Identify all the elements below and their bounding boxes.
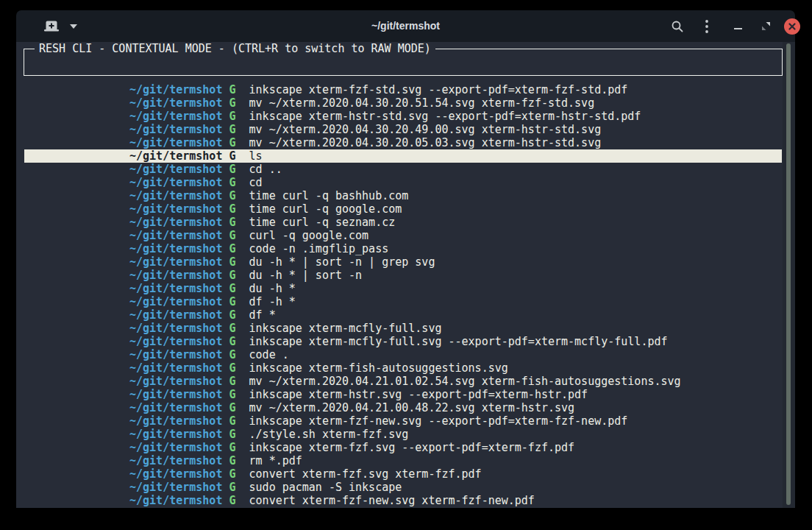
history-row[interactable]: ~/git/termshot G df -h * [24, 295, 782, 308]
history-command: inkscape xterm-fzf.svg --export-pdf=xter… [249, 441, 575, 454]
history-row[interactable]: ~/git/termshot G rm *.pdf [24, 454, 782, 467]
history-row[interactable]: ~/git/termshot G mv ~/xterm.2020.04.30.2… [24, 123, 782, 136]
git-flag: G [222, 255, 249, 269]
git-flag: G [222, 375, 249, 388]
history-row[interactable]: ~/git/termshot G mv ~/xterm.2020.04.30.2… [24, 96, 782, 110]
git-flag: G [222, 189, 249, 202]
git-flag: G [222, 335, 249, 348]
history-path: ~/git/termshot [129, 242, 222, 255]
git-flag: G [222, 123, 249, 136]
history-path: ~/git/termshot [129, 454, 222, 467]
terminal-window: ~/git/termshot [16, 10, 795, 508]
history-path: ~/git/termshot [129, 176, 222, 189]
history-row[interactable]: ~/git/termshot G cd [24, 176, 782, 189]
history-row[interactable]: ~/git/termshot G code . [24, 348, 782, 361]
git-flag: G [222, 282, 249, 295]
history-row[interactable]: ~/git/termshot G inkscape xterm-fzf-std.… [24, 83, 782, 96]
history-row[interactable]: ~/git/termshot G time curl -q seznam.cz [24, 216, 782, 229]
close-icon [784, 18, 800, 35]
history-path: ~/git/termshot [129, 335, 222, 348]
history-path: ~/git/termshot [129, 110, 222, 123]
titlebar: ~/git/termshot [16, 10, 795, 42]
git-flag: G [222, 467, 249, 481]
history-row[interactable]: ~/git/termshot G sudo pacman -S inkscape [24, 481, 782, 494]
history-command: curl -q google.com [249, 229, 369, 242]
git-flag: G [222, 454, 249, 467]
history-row[interactable]: ~/git/termshot G cd .. [24, 163, 782, 176]
history-path: ~/git/termshot [129, 282, 222, 295]
git-flag: G [222, 322, 249, 335]
history-command: inkscape xterm-fzf-new.svg --export-pdf=… [249, 414, 628, 428]
resh-header-title: RESH CLI - CONTEXTUAL MODE - (CTRL+R to … [35, 42, 435, 55]
history-path: ~/git/termshot [129, 467, 222, 481]
history-row[interactable]: ~/git/termshot G time curl -q google.com [24, 202, 782, 216]
git-flag: G [222, 149, 249, 163]
history-row[interactable]: ~/git/termshot G df * [24, 308, 782, 322]
history-path: ~/git/termshot [129, 295, 222, 308]
history-path: ~/git/termshot [129, 189, 222, 202]
history-path: ~/git/termshot [129, 229, 222, 242]
history-path: ~/git/termshot [129, 83, 222, 96]
history-row[interactable]: ~/git/termshot G ./style.sh xterm-fzf.sv… [24, 428, 782, 441]
history-row[interactable]: ~/git/termshot G mv ~/xterm.2020.04.30.2… [24, 136, 782, 149]
history-row[interactable]: ~/git/termshot G inkscape xterm-fzf.svg … [24, 441, 782, 454]
history-row[interactable]: ~/git/termshot G mv ~/xterm.2020.04.21.0… [24, 401, 782, 414]
history-command: rm *.pdf [249, 454, 302, 467]
history-command: time curl -q seznam.cz [249, 216, 396, 229]
history-list: ~/git/termshot G inkscape xterm-fzf-std.… [24, 83, 782, 507]
close-button[interactable] [783, 10, 802, 42]
git-flag: G [222, 176, 249, 189]
history-path: ~/git/termshot [129, 202, 222, 216]
history-row[interactable]: ~/git/termshot G curl -q google.com [24, 229, 782, 242]
git-flag: G [222, 96, 249, 110]
history-command: df * [249, 308, 276, 322]
history-row[interactable]: ~/git/termshot G du -h * [24, 282, 782, 295]
history-command: inkscape xterm-mcfly-full.svg --export-p… [249, 335, 668, 348]
history-path: ~/git/termshot [129, 361, 222, 375]
screenshot-canvas: ~/git/termshot [0, 0, 812, 530]
resh-search-input[interactable] [26, 56, 780, 74]
history-row[interactable]: ~/git/termshot G inkscape xterm-fzf-new.… [24, 414, 782, 428]
scrollbar[interactable] [783, 42, 795, 508]
git-flag: G [222, 202, 249, 216]
search-icon [671, 20, 684, 33]
git-flag: G [222, 388, 249, 401]
history-command: inkscape xterm-fish-autosuggestions.svg [249, 361, 508, 375]
restore-window-button[interactable] [756, 10, 775, 42]
history-row[interactable]: ~/git/termshot G inkscape xterm-hstr.svg… [24, 388, 782, 401]
history-row[interactable]: ~/git/termshot G inkscape xterm-fish-aut… [24, 361, 782, 375]
history-row[interactable]: ~/git/termshot G code -n .imgflip_pass [24, 242, 782, 255]
history-command: ls [249, 149, 263, 163]
history-command: du -h * | sort -n | grep svg [249, 255, 435, 269]
history-row[interactable]: ~/git/termshot G time curl -q bashhub.co… [24, 189, 782, 202]
history-row[interactable]: ~/git/termshot G inkscape xterm-hstr-std… [24, 110, 782, 123]
history-command: ./style.sh xterm-fzf.svg [249, 428, 409, 441]
history-row[interactable]: ~/git/termshot G convert xterm-fzf.svg x… [24, 467, 782, 481]
history-path: ~/git/termshot [129, 149, 222, 163]
menu-button[interactable] [697, 10, 716, 42]
history-row[interactable]: ~/git/termshot G convert xterm-fzf-new.s… [24, 494, 782, 507]
history-command: mv ~/xterm.2020.04.30.20.51.54.svg xterm… [249, 96, 595, 110]
terminal-content: RESH CLI - CONTEXTUAL MODE - (CTRL+R to … [16, 42, 795, 508]
history-row[interactable]: ~/git/termshot G du -h * | sort -n | gre… [24, 255, 782, 269]
history-command: inkscape xterm-fzf-std.svg --export-pdf=… [249, 83, 628, 96]
history-path: ~/git/termshot [129, 322, 222, 335]
search-button[interactable] [666, 10, 688, 42]
history-row-selected[interactable]: ~/git/termshot G ls [24, 149, 782, 163]
history-row[interactable]: ~/git/termshot G inkscape xterm-mcfly-fu… [24, 322, 782, 335]
git-flag: G [222, 163, 249, 176]
git-flag: G [222, 216, 249, 229]
minimize-button[interactable] [728, 10, 747, 42]
restore-icon [761, 21, 771, 31]
git-flag: G [222, 428, 249, 441]
menu-kebab-icon [705, 19, 709, 34]
history-row[interactable]: ~/git/termshot G inkscape xterm-mcfly-fu… [24, 335, 782, 348]
resh-search-box: RESH CLI - CONTEXTUAL MODE - (CTRL+R to … [24, 49, 783, 76]
history-path: ~/git/termshot [129, 96, 222, 110]
git-flag: G [222, 308, 249, 322]
history-command: convert xterm-fzf-new.svg xterm-fzf-new.… [249, 494, 535, 507]
git-flag: G [222, 348, 249, 361]
scrollbar-thumb[interactable] [786, 43, 791, 505]
history-row[interactable]: ~/git/termshot G du -h * | sort -n [24, 269, 782, 282]
history-row[interactable]: ~/git/termshot G mv ~/xterm.2020.04.21.0… [24, 375, 782, 388]
